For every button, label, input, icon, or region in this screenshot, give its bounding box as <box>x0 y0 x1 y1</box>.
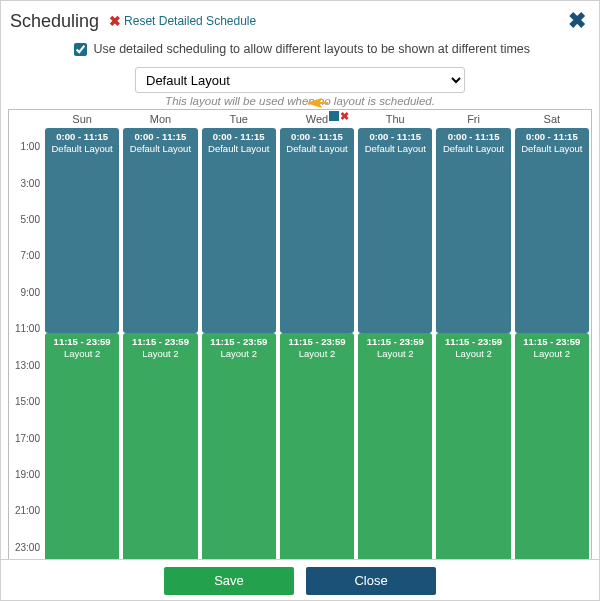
hour-label: 5:00 <box>21 214 40 225</box>
schedule-block[interactable]: 0:00 - 11:15Default Layout <box>280 128 354 333</box>
hour-label: 1:00 <box>21 141 40 152</box>
day-header-tue: Tue <box>200 110 278 128</box>
schedule-block[interactable]: 11:15 - 23:59Layout 2 <box>45 333 119 563</box>
day-header-thu: Thu <box>356 110 434 128</box>
wed-edit-icons[interactable]: ✖ <box>329 111 349 121</box>
hour-label: 21:00 <box>15 505 40 516</box>
day-header-sun: Sun <box>43 110 121 128</box>
dialog-title: Scheduling <box>10 11 99 32</box>
default-layout-select[interactable]: Default Layout <box>135 67 465 93</box>
day-header-sat: Sat <box>513 110 591 128</box>
use-detailed-scheduling-checkbox[interactable] <box>74 43 87 56</box>
day-header-fri: Fri <box>434 110 512 128</box>
schedule-block[interactable]: 0:00 - 11:15Default Layout <box>123 128 197 333</box>
schedule-block[interactable]: 11:15 - 23:59Layout 2 <box>123 333 197 563</box>
reset-x-icon: ✖ <box>109 13 121 29</box>
hour-label: 13:00 <box>15 359 40 370</box>
day-column-wed: 0:00 - 11:15Default Layout11:15 - 23:59L… <box>280 128 354 563</box>
schedule-block[interactable]: 0:00 - 11:15Default Layout <box>358 128 432 333</box>
hour-label: 19:00 <box>15 468 40 479</box>
hour-label: 9:00 <box>21 286 40 297</box>
use-detailed-scheduling-label: Use detailed scheduling to allow differe… <box>93 42 530 56</box>
hour-label: 15:00 <box>15 396 40 407</box>
layout-select-hint: This layout will be used when no layout … <box>0 95 600 107</box>
hour-label: 7:00 <box>21 250 40 261</box>
day-column-thu: 0:00 - 11:15Default Layout11:15 - 23:59L… <box>358 128 432 563</box>
schedule-block[interactable]: 11:15 - 23:59Layout 2 <box>436 333 510 563</box>
schedule-block[interactable]: 11:15 - 23:59Layout 2 <box>202 333 276 563</box>
schedule-block[interactable]: 11:15 - 23:59Layout 2 <box>515 333 589 563</box>
hour-label: 3:00 <box>21 177 40 188</box>
day-header-wed: Wed✖ <box>278 110 356 128</box>
schedule-block[interactable]: 0:00 - 11:15Default Layout <box>202 128 276 333</box>
reset-detailed-schedule-link[interactable]: ✖ Reset Detailed Schedule <box>109 13 256 29</box>
hour-label: 11:00 <box>15 323 40 334</box>
schedule-block[interactable]: 0:00 - 11:15Default Layout <box>436 128 510 333</box>
close-icon[interactable]: ✖ <box>564 8 590 34</box>
close-button[interactable]: Close <box>306 567 436 595</box>
schedule-block[interactable]: 0:00 - 11:15Default Layout <box>45 128 119 333</box>
puzzle-icon[interactable] <box>329 111 339 121</box>
day-column-tue: 0:00 - 11:15Default Layout11:15 - 23:59L… <box>202 128 276 563</box>
schedule-grid: SunMonTueWed✖ThuFriSat 1:003:005:007:009… <box>8 109 592 564</box>
day-column-fri: 0:00 - 11:15Default Layout11:15 - 23:59L… <box>436 128 510 563</box>
hour-label: 17:00 <box>15 432 40 443</box>
day-header-mon: Mon <box>121 110 199 128</box>
day-column-sat: 0:00 - 11:15Default Layout11:15 - 23:59L… <box>515 128 589 563</box>
reset-label: Reset Detailed Schedule <box>124 14 256 28</box>
schedule-block[interactable]: 11:15 - 23:59Layout 2 <box>358 333 432 563</box>
schedule-block[interactable]: 11:15 - 23:59Layout 2 <box>280 333 354 563</box>
day-column-mon: 0:00 - 11:15Default Layout11:15 - 23:59L… <box>123 128 197 563</box>
save-button[interactable]: Save <box>164 567 294 595</box>
schedule-block[interactable]: 0:00 - 11:15Default Layout <box>515 128 589 333</box>
day-column-sun: 0:00 - 11:15Default Layout11:15 - 23:59L… <box>45 128 119 563</box>
delete-icon[interactable]: ✖ <box>340 111 349 121</box>
hour-label: 23:00 <box>15 541 40 552</box>
